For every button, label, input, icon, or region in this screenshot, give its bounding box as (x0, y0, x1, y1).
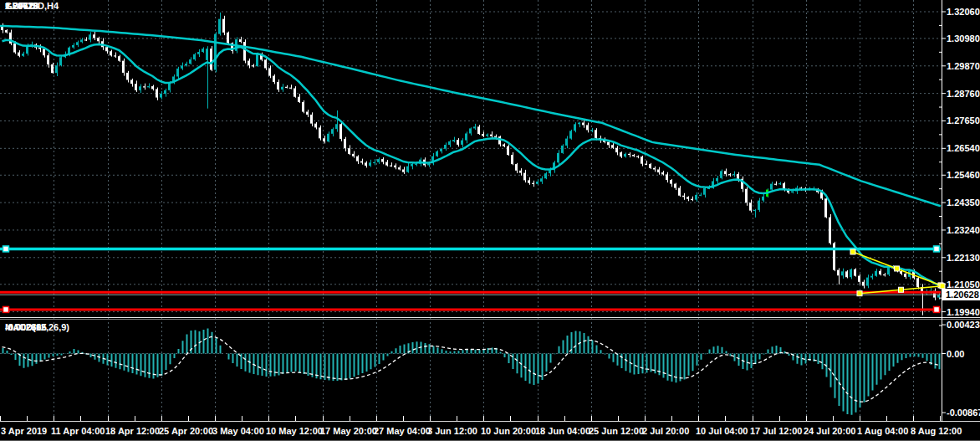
wedge-lower-handle[interactable] (899, 287, 904, 292)
chart-title: ▼ GBPUSD,H4 1.20723 1.20770 1.20613 1.20… (5, 2, 12, 9)
candle-body (193, 54, 196, 59)
candle-body (590, 130, 593, 131)
candle-body (377, 159, 380, 162)
candle-body (72, 45, 74, 48)
candle-body (189, 59, 191, 64)
time-axis-label: 10 Jul 04:00 (696, 426, 748, 436)
time-axis-label: 1 Aug 04:00 (857, 426, 908, 436)
time-axis-label: 25 Jun 12:00 (589, 426, 644, 436)
candle-body (645, 164, 647, 165)
wedge-upper-handle[interactable] (895, 266, 900, 271)
candle-body (365, 162, 367, 166)
price-axis-label: 1.32060 (947, 7, 980, 17)
candle-body (264, 59, 267, 68)
candle-body (402, 169, 405, 172)
candle-body (854, 269, 856, 276)
support-red-lower-handle[interactable] (3, 306, 9, 312)
candle-body (440, 149, 442, 151)
candle-body (222, 19, 225, 33)
candle-body (97, 38, 100, 41)
wedge-lower-handle[interactable] (940, 284, 945, 289)
price-axis-label: 1.19940 (947, 307, 980, 317)
candle-body (118, 56, 120, 60)
candle-body (452, 140, 455, 141)
candle-body (176, 69, 179, 77)
candle-body (503, 145, 505, 146)
candle-body (620, 152, 622, 156)
candle-body (544, 173, 547, 178)
candle-body (390, 166, 392, 167)
candle-body (160, 94, 162, 98)
candle-body (753, 210, 756, 211)
candle-body (93, 34, 95, 38)
time-axis-label: 3 May 04:00 (212, 426, 264, 436)
candle-body (678, 188, 681, 196)
candle-body (139, 86, 141, 90)
candle-body (143, 86, 145, 87)
candle-body (829, 218, 831, 244)
candle-body (448, 141, 451, 145)
price-axis-label: 1.23240 (947, 225, 980, 235)
candle-body (147, 86, 150, 87)
candle-body (624, 154, 626, 156)
candle-wicks-down (3, 16, 936, 315)
candle-body (243, 42, 246, 60)
candle-body (636, 156, 639, 157)
price-axis-label: 1.22130 (947, 253, 980, 263)
candle-body (732, 174, 735, 175)
wedge-upper-handle[interactable] (850, 249, 855, 254)
candle-body (477, 126, 480, 134)
candle-body (578, 123, 580, 125)
candle-body (122, 61, 125, 73)
time-axis-label: 10 Jun 20:00 (481, 426, 536, 436)
candle-body (268, 68, 271, 75)
chart-canvas[interactable] (0, 0, 980, 441)
candle-body (352, 154, 355, 156)
candle-body (411, 164, 413, 167)
candle-body (156, 89, 158, 97)
resistance-cyan-handle[interactable] (934, 246, 940, 252)
candle-body (285, 87, 288, 88)
candle-body (490, 135, 493, 136)
candle-body (298, 97, 300, 102)
candle-body (26, 47, 28, 54)
macd-axis-label: 0.004231 (947, 320, 980, 330)
price-axis-label: 1.28760 (947, 89, 980, 99)
candle-body (76, 42, 79, 45)
candle-body (703, 188, 706, 195)
candle-body (507, 146, 509, 155)
candle-body (461, 141, 463, 145)
resistance-cyan-handle[interactable] (3, 246, 9, 252)
wedge-lower-handle[interactable] (857, 291, 862, 296)
candle-body (314, 124, 317, 128)
candle-body (465, 133, 467, 140)
candle-wicks-up (24, 13, 940, 300)
candle-body (557, 153, 559, 162)
candle-body (778, 183, 781, 184)
candle-body (824, 198, 827, 217)
candle-body (916, 278, 919, 287)
candle-body (239, 39, 242, 42)
price-axis-label: 1.21050 (947, 279, 980, 290)
candle-body (398, 167, 401, 169)
candle-body (47, 55, 49, 64)
candle-body (615, 148, 618, 152)
candle-body (302, 102, 304, 112)
support-red-lower-handle[interactable] (934, 306, 940, 312)
time-axis-label: 27 May 04:00 (374, 426, 431, 436)
candle-body (289, 88, 292, 89)
candle-body (833, 244, 835, 270)
candle-body (632, 155, 635, 156)
candle-body (273, 76, 275, 82)
candle-body (720, 171, 722, 177)
ohlc-close: 1.20628 (5, 1, 38, 11)
candle-body (406, 167, 409, 172)
candle-body (168, 83, 171, 90)
price-axis-label: 1.26540 (947, 143, 980, 153)
candle-body (339, 124, 342, 139)
candle-body (130, 79, 133, 84)
candle-body (185, 64, 187, 65)
candle-body (845, 271, 848, 277)
candle-body (84, 39, 87, 40)
candle-body (218, 19, 221, 34)
